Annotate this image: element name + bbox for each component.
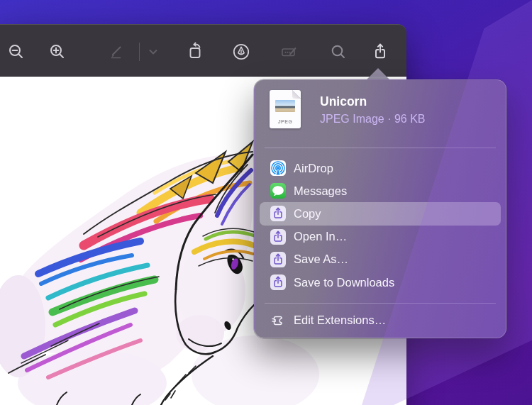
toolbar-divider <box>139 43 140 61</box>
menu-item-airdrop[interactable]: AirDrop <box>260 157 501 179</box>
share-box-icon <box>270 206 286 221</box>
menu-item-open-in[interactable]: Open In… <box>260 226 501 248</box>
popover-divider <box>265 303 496 304</box>
text-annotation-button[interactable] <box>278 40 301 63</box>
menu-item-label: Save to Downloads <box>294 276 394 289</box>
annotate-pen-button[interactable] <box>230 40 253 63</box>
markup-pencil-icon <box>107 42 127 62</box>
file-name: Unicorn <box>320 94 426 109</box>
desktop-background: JPEG Unicorn JPEG Image · 96 KB <box>0 0 532 405</box>
pen-nib-circle-icon <box>231 42 251 62</box>
airdrop-icon <box>270 160 286 176</box>
menu-item-save-as[interactable]: Save As… <box>260 248 501 271</box>
file-text: Unicorn JPEG Image · 96 KB <box>320 90 426 128</box>
share-icon <box>370 42 390 62</box>
chevron-down-icon <box>143 42 163 62</box>
menu-item-copy[interactable]: Copy <box>260 202 501 225</box>
share-box-icon <box>270 252 286 267</box>
menu-item-save-to-downloads[interactable]: Save to Downloads <box>260 271 501 294</box>
menu-item-label: Open In… <box>294 230 347 243</box>
markup-options-button[interactable] <box>142 40 165 63</box>
rotate-left-button[interactable] <box>184 40 207 63</box>
share-button[interactable] <box>369 40 392 63</box>
file-meta: JPEG Image · 96 KB <box>320 113 426 126</box>
popover-divider <box>265 148 496 148</box>
file-type-badge: JPEG <box>270 119 301 124</box>
menu-item-edit-extensions[interactable]: Edit Extensions… <box>260 309 501 331</box>
page-fold <box>292 90 301 99</box>
rotate-left-icon <box>186 42 206 62</box>
menu-item-label: Messages <box>294 184 347 198</box>
search-icon <box>328 42 348 62</box>
share-box-icon <box>270 229 286 245</box>
zoom-in-icon <box>48 42 67 62</box>
messages-icon <box>270 183 286 199</box>
markup-pencil-button[interactable] <box>106 40 128 63</box>
jpeg-file-icon: JPEG <box>270 90 301 128</box>
menu-item-label: Save As… <box>294 253 348 266</box>
text-box-pencil-icon <box>279 42 299 62</box>
share-popover: JPEG Unicorn JPEG Image · 96 KB <box>254 79 506 338</box>
menu-item-label: Edit Extensions… <box>294 314 386 327</box>
menu-item-messages[interactable]: Messages <box>260 179 501 202</box>
menu-item-label: Copy <box>294 207 321 221</box>
share-box-icon <box>270 274 286 290</box>
search-button[interactable] <box>327 40 350 63</box>
file-thumbnail <box>275 100 295 112</box>
zoom-out-button[interactable] <box>5 40 28 63</box>
share-menu: AirDrop Messages Copy <box>260 157 501 294</box>
toolbar <box>0 24 406 77</box>
zoom-out-icon <box>6 42 26 62</box>
menu-item-label: AirDrop <box>294 162 333 175</box>
file-header: JPEG Unicorn JPEG Image · 96 KB <box>270 90 496 128</box>
zoom-in-button[interactable] <box>46 40 69 63</box>
extensions-icon <box>270 312 286 328</box>
